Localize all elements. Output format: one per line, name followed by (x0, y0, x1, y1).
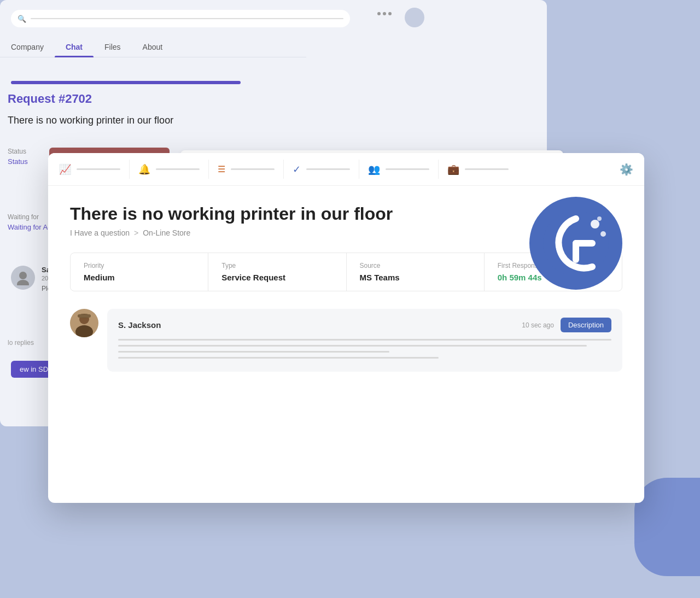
modal-gear-icon[interactable]: ⚙️ (620, 163, 633, 176)
chat-message: S. Jackson 10 sec ago Description (70, 309, 622, 372)
modal-divider-3 (283, 160, 284, 179)
bg-search-bar[interactable]: 🔍 (11, 10, 350, 27)
bg-user-avatar (405, 8, 424, 27)
modal-chart-bar (77, 168, 120, 170)
logo-svg (540, 208, 611, 279)
chat-bubble: S. Jackson 10 sec ago Description (107, 309, 622, 372)
modal-briefcase-bar (465, 168, 509, 170)
modal-bell-bar (156, 168, 200, 170)
dot-2 (383, 12, 386, 15)
breadcrumb-part2: On-Line Store (143, 228, 190, 237)
bg-status-label: Status (8, 148, 26, 155)
chat-line-4 (118, 357, 439, 359)
tab-chat[interactable]: Chat (55, 37, 94, 57)
chat-line-2 (118, 345, 587, 347)
chat-timestamp: 10 sec ago (522, 321, 554, 329)
bg-request-title: There is no working printer in our floor (8, 115, 173, 126)
svg-rect-12 (78, 314, 91, 318)
dot-3 (388, 12, 392, 15)
modal-briefcase-icon: 💼 (447, 163, 459, 175)
tab-files[interactable]: Files (94, 37, 132, 57)
search-icon: 🔍 (18, 15, 26, 23)
decorative-blob (634, 478, 700, 576)
chat-line-1 (118, 339, 611, 341)
bg-chat-avatar (11, 266, 35, 290)
bg-status-value: Status (8, 157, 28, 166)
modal-divider-2 (208, 160, 209, 179)
progress-bar (11, 81, 241, 84)
modal-check-bar (306, 168, 350, 170)
chat-header: S. Jackson 10 sec ago Description (118, 318, 611, 332)
modal-toolbar-check[interactable]: ✓ (293, 163, 350, 175)
modal-divider-1 (129, 160, 130, 179)
modal-chart-icon: 📈 (59, 163, 71, 175)
bg-status-text: Status (8, 157, 28, 166)
modal-toolbar-checklist[interactable]: ☰ (218, 164, 275, 174)
chat-sender-name: S. Jackson (118, 320, 161, 330)
modal-people-bar (386, 168, 429, 170)
modal-check-icon: ✓ (293, 163, 301, 175)
tab-about[interactable]: About (132, 37, 174, 57)
type-label: Type (221, 262, 332, 269)
modal-people-icon: 👥 (368, 163, 380, 175)
modal-bell-icon: 🔔 (138, 163, 150, 175)
modal-toolbar-briefcase[interactable]: 💼 (447, 163, 509, 175)
priority-label: Priority (84, 262, 195, 269)
info-type: Type Service Request (208, 253, 346, 291)
chat-meta: 10 sec ago Description (522, 318, 611, 332)
chat-avatar-svg (70, 309, 98, 337)
type-value: Service Request (221, 273, 332, 282)
info-priority: Priority Medium (71, 253, 208, 291)
source-label: Source (360, 262, 471, 269)
priority-value: Medium (84, 273, 195, 282)
info-source: Source MS Teams (347, 253, 485, 291)
bg-no-replies: lo replies (8, 339, 34, 347)
dot-1 (377, 12, 381, 15)
chat-user-avatar (70, 309, 98, 337)
modal-toolbar-chart[interactable]: 📈 (59, 163, 120, 175)
svg-point-4 (591, 220, 599, 228)
modal-checklist-bar (231, 168, 275, 170)
person-avatar-svg (15, 270, 31, 285)
search-bar-line (31, 18, 343, 19)
breadcrumb-separator: > (134, 228, 138, 237)
source-value: MS Teams (360, 273, 471, 282)
breadcrumb-part1: I Have a question (70, 228, 130, 237)
modal-toolbar-people[interactable]: 👥 (368, 163, 429, 175)
bg-request-number: Request #2702 (8, 92, 92, 106)
modal-logo (529, 197, 622, 290)
modal-toolbar-bell[interactable]: 🔔 (138, 163, 200, 175)
svg-point-1 (17, 280, 29, 285)
chat-line-3 (118, 351, 389, 353)
bg-tab-bar: Company Chat Files About (0, 37, 306, 57)
tab-company[interactable]: Company (0, 37, 55, 57)
modal-checklist-icon: ☰ (218, 164, 225, 174)
chat-description-button[interactable]: Description (561, 318, 611, 332)
svg-point-0 (19, 272, 27, 279)
svg-point-6 (597, 216, 602, 221)
modal-toolbar: 📈 🔔 ☰ ✓ 👥 💼 ⚙️ (48, 153, 644, 186)
main-modal: 📈 🔔 ☰ ✓ 👥 💼 ⚙️ (48, 153, 644, 503)
modal-title: There is no working printer in our floor (70, 203, 464, 224)
modal-divider-5 (438, 160, 439, 179)
modal-divider-4 (359, 160, 359, 179)
bg-status-section: Status (8, 148, 26, 155)
bg-dots-menu (377, 12, 392, 15)
svg-point-5 (600, 231, 606, 237)
modal-body: There is no working printer in our floor… (48, 186, 644, 389)
